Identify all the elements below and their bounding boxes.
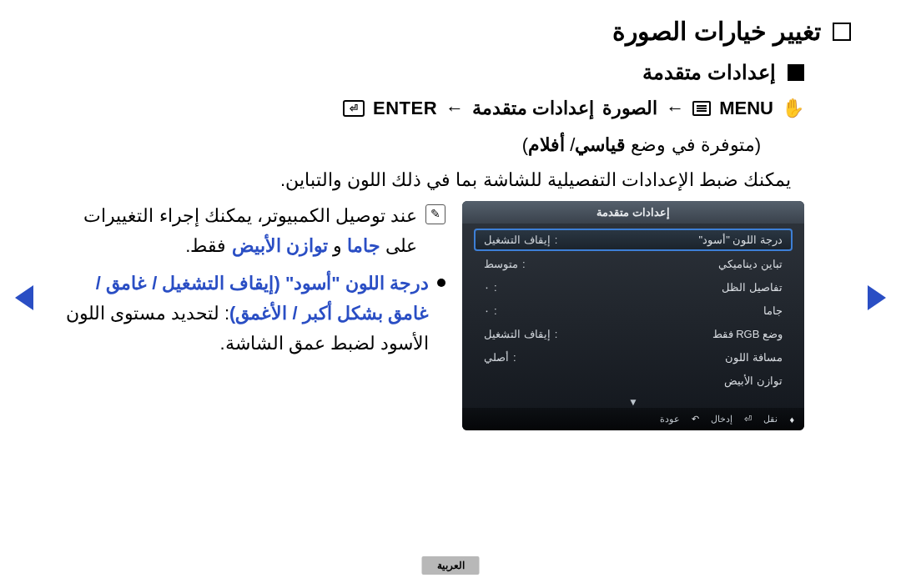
menu-label: MENU	[719, 98, 773, 119]
arrow: ←	[666, 98, 684, 119]
osd-row[interactable]: وضع RGB فقط :إيقاف التشغيل	[474, 324, 793, 344]
nav-left-arrow[interactable]	[15, 285, 33, 310]
osd-value: :متوسط	[484, 258, 530, 270]
bullet-item: درجة اللون "أسود" (إيقاف التشغيل / غامق …	[50, 269, 445, 359]
path-seg-advanced: إعدادات متقدمة	[472, 98, 594, 119]
section-square-icon	[833, 23, 851, 41]
hl-white-balance: توازن الأبيض	[232, 235, 328, 256]
language-badge: العربية	[422, 556, 480, 575]
osd-row[interactable]: تفاصيل الظل :٠	[474, 277, 793, 298]
nav-right-arrow[interactable]	[868, 285, 886, 310]
path-seg-picture: الصورة	[602, 98, 657, 119]
osd-title: إعدادات متقدمة	[462, 201, 804, 224]
footer-enter: إدخال	[711, 414, 732, 425]
enter-key-icon: ⏎	[343, 100, 365, 117]
footer-return: عودة	[660, 414, 680, 425]
osd-row-selected[interactable]: درجة اللون "أسود" :إيقاف التشغيل	[474, 229, 793, 251]
osd-label: درجة اللون "أسود"	[699, 234, 783, 246]
osd-label: مسافة اللون	[725, 351, 783, 364]
updown-icon: ♦	[789, 415, 794, 425]
osd-row[interactable]: توازن الأبيض	[474, 370, 793, 391]
bullet-dot-icon	[437, 279, 445, 287]
return-small-icon: ↶	[692, 414, 699, 425]
note-block: ✎ عند توصيل الكمبيوتر، يمكنك إجراء التغي…	[50, 201, 445, 262]
nav-path: ⏎ ENTER ← إعدادات متقدمة الصورة ← MENU ✋	[50, 98, 804, 119]
note-line2: على جاما و توازن الأبيض فقط.	[83, 231, 417, 261]
osd-footer: ♦ نقل ⏎ إدخال ↶ عودة	[462, 408, 804, 430]
osd-value: :إيقاف التشغيل	[484, 234, 561, 246]
osd-value: :إيقاف التشغيل	[484, 328, 561, 340]
description: يمكنك ضبط الإعدادات التفصيلية للشاشة بما…	[50, 169, 791, 191]
subtitle-row: إعدادات متقدمة	[50, 61, 804, 84]
osd-value: :٠	[484, 281, 501, 294]
enter-label: ENTER	[373, 98, 437, 119]
osd-scroll-down-icon[interactable]: ▼	[474, 394, 793, 408]
enter-small-icon: ⏎	[744, 414, 752, 425]
osd-label: وضع RGB فقط	[712, 328, 783, 340]
page-title-row: تغيير خيارات الصورة	[50, 17, 851, 46]
osd-value: :أصلي	[484, 351, 521, 364]
osd-row[interactable]: جاما :٠	[474, 300, 793, 321]
mode-standard: قياسي	[575, 134, 626, 155]
osd-value: :٠	[484, 304, 501, 317]
hl-gamma: جاما	[347, 235, 380, 256]
arrow: ←	[445, 98, 464, 119]
osd-label: تباين ديناميكي	[718, 258, 783, 270]
osd-row[interactable]: مسافة اللون :أصلي	[474, 347, 793, 368]
availability-note: (متوفرة في وضع قياسي/ أفلام)	[50, 134, 761, 156]
note-icon: ✎	[425, 204, 445, 224]
hand-tap-icon: ✋	[782, 98, 804, 119]
osd-body: درجة اللون "أسود" :إيقاف التشغيل تباين د…	[462, 224, 804, 408]
mode-movie: أفلام	[528, 134, 565, 155]
subtitle: إعدادات متقدمة	[642, 61, 776, 84]
osd-label: تفاصيل الظل	[722, 281, 783, 294]
footer-move: نقل	[763, 414, 778, 425]
osd-panel: إعدادات متقدمة درجة اللون "أسود" :إيقاف …	[462, 201, 804, 430]
osd-label: جاما	[763, 304, 783, 317]
note-line1: عند توصيل الكمبيوتر، يمكنك إجراء التغيير…	[83, 201, 417, 231]
subsection-square-icon	[788, 64, 804, 81]
page-title: تغيير خيارات الصورة	[612, 17, 821, 46]
osd-row[interactable]: تباين ديناميكي :متوسط	[474, 254, 793, 274]
menu-bars-icon	[692, 101, 711, 116]
osd-label: توازن الأبيض	[724, 374, 783, 387]
